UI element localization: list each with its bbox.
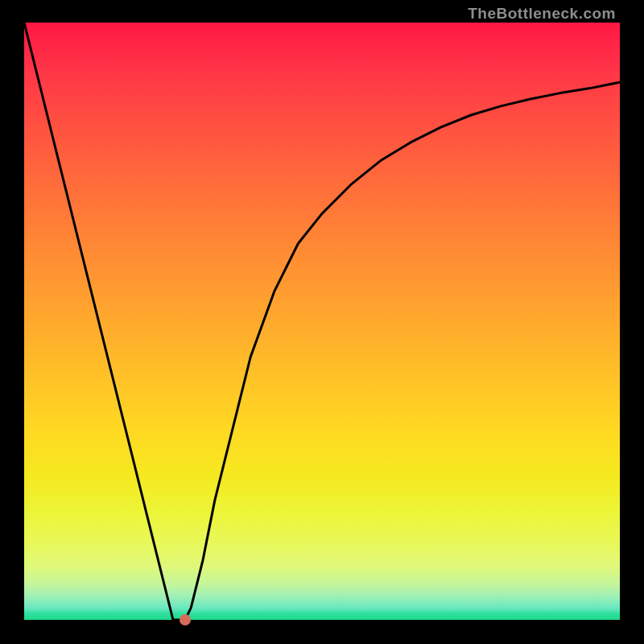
optimal-marker — [180, 614, 191, 625]
chart-frame — [0, 0, 644, 644]
plot-area — [24, 23, 620, 620]
watermark: TheBottleneck.com — [468, 5, 616, 23]
bottleneck-curve — [24, 23, 620, 620]
